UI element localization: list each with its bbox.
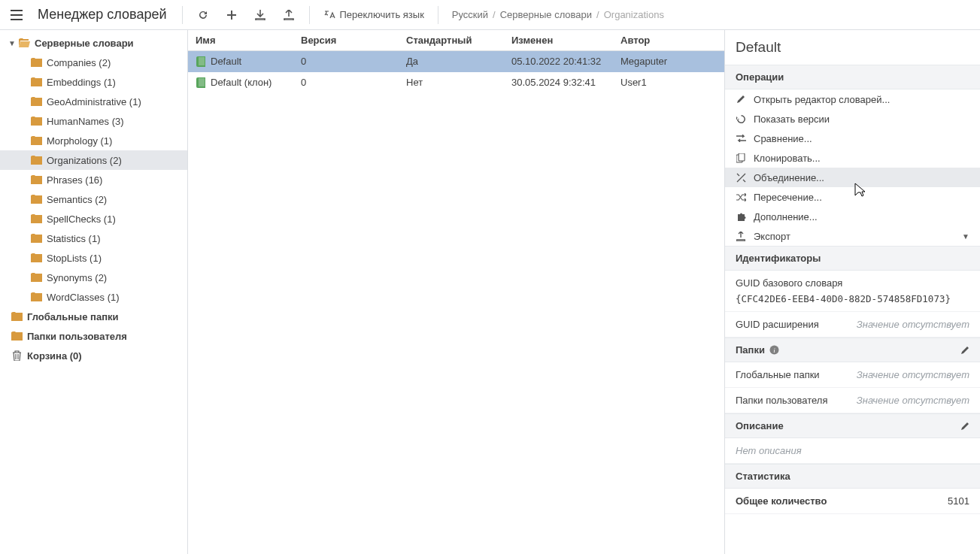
tree-dict-item[interactable]: Morphology (1) xyxy=(0,131,187,150)
history-icon xyxy=(736,114,746,124)
tree-dict-label: StopLists (1) xyxy=(47,253,102,264)
union-icon xyxy=(736,173,746,183)
pencil-icon xyxy=(736,95,746,104)
tree-dict-label: Morphology (1) xyxy=(47,135,112,147)
tree-dict-item[interactable]: HumanNames (3) xyxy=(0,111,187,131)
svg-rect-0 xyxy=(199,57,205,65)
tree-root[interactable]: ▼ Серверные словари xyxy=(0,33,187,53)
breadcrumb-sep: / xyxy=(493,9,496,20)
folder-icon xyxy=(11,312,23,321)
cell-author: Megaputer xyxy=(620,56,717,67)
cell-standard: Нет xyxy=(406,77,511,88)
grid-row[interactable]: Default0Да05.10.2022 20:41:32Megaputer xyxy=(188,51,724,72)
add-button[interactable] xyxy=(219,4,244,26)
guid-ext: GUID расширения Значение отсутствует xyxy=(725,312,980,338)
guid-base-label: GUID базового словаря xyxy=(736,277,969,289)
cell-version: 0 xyxy=(301,77,406,88)
op-versions-label: Показать версии xyxy=(754,114,969,125)
refresh-button[interactable] xyxy=(190,4,216,26)
operations-header: Операции xyxy=(725,65,980,89)
tree-dict-item[interactable]: Organizations (2) xyxy=(0,150,187,170)
edit-description-button[interactable] xyxy=(960,422,969,431)
tree-global-folders-label: Глобальные папки xyxy=(27,311,119,322)
tree-user-folders[interactable]: Папки пользователя xyxy=(0,326,187,346)
export-button[interactable] xyxy=(276,4,302,26)
tree-dict-label: GeoAdministrative (1) xyxy=(47,96,141,107)
tree-dict-label: WordClasses (1) xyxy=(47,292,120,303)
folder-icon xyxy=(30,273,42,282)
details-panel: Default Операции Открыть редактор словар… xyxy=(724,30,980,554)
tree-dict-label: HumanNames (3) xyxy=(47,116,124,127)
grid: Имя Версия Стандартный Изменен Автор Def… xyxy=(188,30,724,554)
cell-author: User1 xyxy=(620,77,717,88)
folder-icon xyxy=(30,136,42,145)
divider xyxy=(182,6,183,24)
global-folders-value: Значение отсутствует xyxy=(857,369,969,380)
folder-icon xyxy=(11,331,23,341)
tree-dict-label: SpellChecks (1) xyxy=(47,213,116,225)
translate-icon xyxy=(323,10,335,20)
import-button[interactable] xyxy=(247,4,273,26)
op-complement[interactable]: Дополнение... xyxy=(725,207,980,226)
folder-icon xyxy=(30,195,42,204)
description-row: Нет описания xyxy=(725,438,980,464)
col-name[interactable]: Имя xyxy=(196,35,301,46)
cell-name: Default xyxy=(211,56,241,67)
col-modified[interactable]: Изменен xyxy=(511,35,620,46)
tree-dict-item[interactable]: WordClasses (1) xyxy=(0,287,187,307)
tree-dict-item[interactable]: Companies (2) xyxy=(0,53,187,72)
guid-ext-label: GUID расширения xyxy=(736,319,819,330)
op-versions[interactable]: Показать версии xyxy=(725,109,980,129)
menu-button[interactable] xyxy=(6,5,27,26)
op-compare-label: Сравнение... xyxy=(754,133,969,144)
tree-dict-item[interactable]: Phrases (16) xyxy=(0,170,187,189)
col-standard[interactable]: Стандартный xyxy=(406,35,511,46)
stats-header: Статистика xyxy=(725,464,980,489)
breadcrumb-root[interactable]: Русский xyxy=(452,9,488,20)
edit-folders-button[interactable] xyxy=(960,346,969,355)
tree-dict-item[interactable]: Statistics (1) xyxy=(0,229,187,248)
tree-trash[interactable]: Корзина (0) xyxy=(0,346,187,365)
stats-header-label: Статистика xyxy=(736,471,790,482)
switch-language-button[interactable]: Переключить язык xyxy=(317,4,430,26)
trash-icon xyxy=(11,350,23,361)
shuffle-icon xyxy=(736,193,746,201)
tree-dict-item[interactable]: GeoAdministrative (1) xyxy=(0,92,187,111)
op-intersect[interactable]: Пересечение... xyxy=(725,187,980,207)
folder-icon xyxy=(30,77,42,86)
op-export-label: Экспорт xyxy=(754,231,954,242)
folders-header: Папки i xyxy=(725,338,980,362)
cell-standard: Да xyxy=(406,56,511,67)
op-union-label: Объединение... xyxy=(754,172,969,183)
op-open-editor[interactable]: Открыть редактор словарей... xyxy=(725,89,980,109)
folder-icon xyxy=(30,234,42,243)
col-version[interactable]: Версия xyxy=(301,35,406,46)
tree-trash-label: Корзина (0) xyxy=(27,350,82,362)
col-author[interactable]: Автор xyxy=(620,35,717,46)
op-compare[interactable]: Сравнение... xyxy=(725,129,980,148)
tree-dict-item[interactable]: StopLists (1) xyxy=(0,248,187,268)
description-value: Нет описания xyxy=(736,445,802,456)
breadcrumb-mid[interactable]: Серверные словари xyxy=(500,9,592,20)
op-clone-label: Клонировать... xyxy=(754,153,969,164)
op-open-editor-label: Открыть редактор словарей... xyxy=(754,94,969,105)
grid-row[interactable]: Default (клон)0Нет30.05.2024 9:32:41User… xyxy=(188,72,724,93)
cell-modified: 30.05.2024 9:32:41 xyxy=(511,77,620,88)
ids-header: Идентификаторы xyxy=(725,246,980,271)
user-folders-row: Папки пользователя Значение отсутствует xyxy=(725,388,980,413)
tree-dict-item[interactable]: Embeddings (1) xyxy=(0,72,187,92)
tree-dict-label: Semantics (2) xyxy=(47,194,107,205)
tree-global-folders[interactable]: Глобальные папки xyxy=(0,307,187,326)
op-export[interactable]: Экспорт ▼ xyxy=(725,226,980,246)
op-union[interactable]: Объединение... xyxy=(725,168,980,187)
tree-dict-item[interactable]: SpellChecks (1) xyxy=(0,209,187,229)
tree-dict-item[interactable]: Synonyms (2) xyxy=(0,268,187,287)
folder-icon xyxy=(30,156,42,165)
guid-base-value: {CFC42DE6-EEB4-40D0-882D-574858FD1073} xyxy=(736,293,969,304)
info-icon: i xyxy=(769,345,779,355)
upload-icon xyxy=(736,232,746,241)
op-clone[interactable]: Клонировать... xyxy=(725,148,980,168)
dictionary-icon xyxy=(196,56,206,67)
swap-icon xyxy=(736,135,746,142)
tree-dict-item[interactable]: Semantics (2) xyxy=(0,189,187,209)
